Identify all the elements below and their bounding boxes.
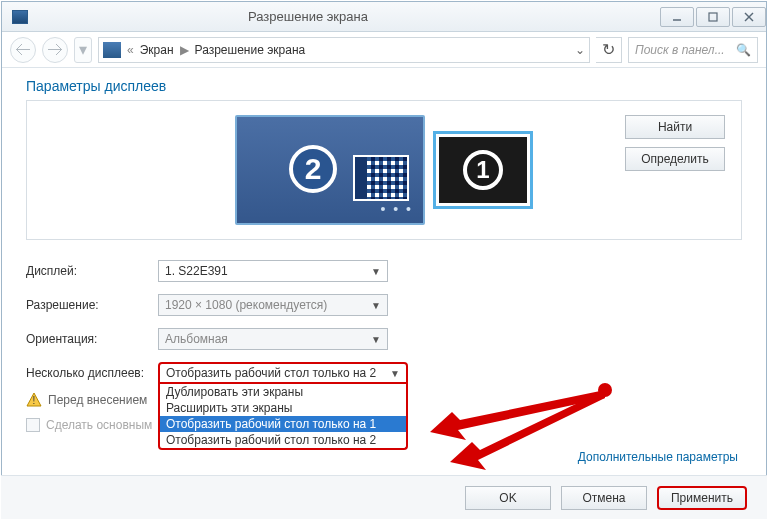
caret-down-icon: ▼ [371, 334, 381, 345]
breadcrumb-root: Экран [140, 43, 174, 57]
titlebar: Разрешение экрана [2, 2, 766, 32]
display-select[interactable]: 1. S22E391 ▼ [158, 260, 388, 282]
dropdown-option[interactable]: Дублировать эти экраны [160, 384, 406, 400]
chevron-down-icon[interactable]: ⌄ [575, 43, 585, 57]
ok-button[interactable]: OK [465, 486, 551, 510]
identify-button[interactable]: Определить [625, 147, 725, 171]
dropdown-option[interactable]: Отобразить рабочий стол только на 2 [160, 432, 406, 448]
multi-display-dropdown: Дублировать эти экраны Расширить эти экр… [158, 384, 408, 450]
svg-rect-1 [709, 13, 717, 21]
monitor-1-number: 1 [463, 150, 503, 190]
display-label: Дисплей: [26, 264, 158, 278]
svg-text:!: ! [33, 395, 36, 406]
search-placeholder: Поиск в панел... [635, 43, 725, 57]
warning-text: Перед внесением [48, 393, 147, 407]
monitor-2[interactable]: 2 • • • [235, 115, 425, 225]
dropdown-option-highlighted[interactable]: Отобразить рабочий стол только на 1 [160, 416, 406, 432]
dialog-footer: OK Отмена Применить [1, 475, 767, 519]
window-title: Разрешение экрана [0, 9, 658, 24]
chevron-right-icon: ▶ [180, 43, 189, 57]
dropdown-option[interactable]: Расширить эти экраны [160, 400, 406, 416]
monitor-2-window-icon [353, 155, 409, 201]
monitor-2-number: 2 [289, 145, 337, 193]
navbar: 🡠 🡢 ▾ « Экран ▶ Разрешение экрана ⌄ ↻ По… [2, 32, 766, 68]
caret-down-icon: ▼ [371, 266, 381, 277]
make-primary-checkbox[interactable] [26, 418, 40, 432]
page-heading: Параметры дисплеев [26, 78, 742, 94]
display-preview-box: 2 • • • 1 Найти Определить [26, 100, 742, 240]
breadcrumb[interactable]: « Экран ▶ Разрешение экрана ⌄ [98, 37, 590, 63]
minimize-button[interactable] [660, 7, 694, 27]
history-button[interactable]: ▾ [74, 37, 92, 63]
find-button[interactable]: Найти [625, 115, 725, 139]
make-primary-label: Сделать основным [46, 418, 152, 432]
apply-button[interactable]: Применить [657, 486, 747, 510]
caret-down-icon: ▼ [371, 300, 381, 311]
resolution-label: Разрешение: [26, 298, 158, 312]
search-input[interactable]: Поиск в панел... 🔍 [628, 37, 758, 63]
caret-down-icon: ▼ [390, 368, 400, 379]
orientation-select[interactable]: Альбомная ▼ [158, 328, 388, 350]
forward-button[interactable]: 🡢 [42, 37, 68, 63]
warning-icon: ! [26, 392, 42, 408]
search-icon: 🔍 [736, 43, 751, 57]
orientation-label: Ориентация: [26, 332, 158, 346]
close-button[interactable] [732, 7, 766, 27]
breadcrumb-current: Разрешение экрана [195, 43, 306, 57]
multi-display-label: Несколько дисплеев: [26, 366, 158, 380]
refresh-button[interactable]: ↻ [596, 37, 622, 63]
monitor-icon [103, 42, 121, 58]
multi-display-select[interactable]: Отобразить рабочий стол только на 2 ▼ [158, 362, 408, 384]
maximize-button[interactable] [696, 7, 730, 27]
cancel-button[interactable]: Отмена [561, 486, 647, 510]
dots-icon: • • • [381, 201, 413, 217]
monitor-1[interactable]: 1 [433, 131, 533, 209]
advanced-settings-link[interactable]: Дополнительные параметры [578, 450, 738, 464]
resolution-select[interactable]: 1920 × 1080 (рекомендуется) ▼ [158, 294, 388, 316]
back-button[interactable]: 🡠 [10, 37, 36, 63]
